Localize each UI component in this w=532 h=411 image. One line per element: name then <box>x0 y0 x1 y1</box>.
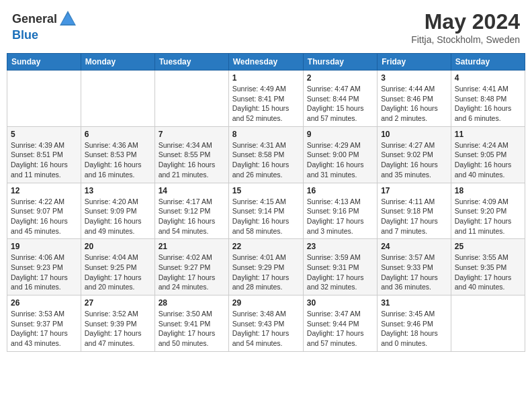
day-info-line: Sunset: 9:23 PM <box>11 263 63 271</box>
calendar-week-row: 5Sunrise: 4:39 AMSunset: 8:51 PMDaylight… <box>7 126 525 183</box>
day-number: 21 <box>159 242 225 251</box>
day-info: Sunrise: 4:24 AMSunset: 9:05 PMDaylight:… <box>455 140 521 180</box>
day-info: Sunrise: 3:50 AMSunset: 9:41 PMDaylight:… <box>159 309 225 349</box>
day-info: Sunrise: 4:17 AMSunset: 9:12 PMDaylight:… <box>159 197 225 236</box>
day-info-line: Sunrise: 4:29 AM <box>307 141 361 149</box>
title-block: May 2024 Fittja, Stockholm, Sweden <box>411 9 520 45</box>
day-info-line: Sunrise: 3:55 AM <box>455 253 508 261</box>
day-info-line: Daylight: 15 hours and 52 minutes. <box>232 104 290 122</box>
day-info-line: Sunset: 8:48 PM <box>455 95 507 103</box>
calendar-cell: 11Sunrise: 4:24 AMSunset: 9:05 PMDayligh… <box>451 126 525 183</box>
calendar-header-row: SundayMondayTuesdayWednesdayThursdayFrid… <box>7 54 525 71</box>
day-info-line: Daylight: 17 hours and 32 minutes. <box>307 273 364 291</box>
day-info-line: Sunrise: 4:15 AM <box>232 197 286 205</box>
day-info-line: Sunrise: 3:52 AM <box>85 310 138 318</box>
day-info-line: Sunset: 9:20 PM <box>455 207 507 215</box>
day-info-line: Daylight: 16 hours and 16 minutes. <box>85 161 142 179</box>
calendar-cell <box>154 71 228 127</box>
day-info-line: Daylight: 17 hours and 24 minutes. <box>159 273 216 291</box>
day-info-line: Sunrise: 4:06 AM <box>11 253 64 261</box>
day-number: 22 <box>232 242 300 251</box>
day-info-line: Sunset: 9:41 PM <box>159 320 211 328</box>
day-info: Sunrise: 4:44 AMSunset: 8:46 PMDaylight:… <box>381 84 447 124</box>
logo-icon <box>58 9 77 28</box>
calendar-cell: 5Sunrise: 4:39 AMSunset: 8:51 PMDaylight… <box>7 126 81 183</box>
day-number: 24 <box>381 242 447 251</box>
day-info: Sunrise: 4:29 AMSunset: 9:00 PMDaylight:… <box>307 140 373 180</box>
day-info-line: Sunrise: 4:22 AM <box>11 197 64 205</box>
weekday-header: Sunday <box>7 54 81 71</box>
day-info-line: Sunrise: 4:27 AM <box>381 141 435 149</box>
day-info: Sunrise: 3:55 AMSunset: 9:35 PMDaylight:… <box>455 253 521 292</box>
day-info: Sunrise: 3:45 AMSunset: 9:46 PMDaylight:… <box>381 309 447 349</box>
day-info-line: Sunset: 8:58 PM <box>232 150 285 158</box>
calendar-cell: 26Sunrise: 3:53 AMSunset: 9:37 PMDayligh… <box>7 295 81 352</box>
day-number: 10 <box>381 130 447 139</box>
day-info-line: Sunset: 9:29 PM <box>232 263 285 271</box>
day-info-line: Sunset: 9:46 PM <box>381 320 433 328</box>
day-info-line: Daylight: 16 hours and 58 minutes. <box>232 217 290 235</box>
calendar-cell: 15Sunrise: 4:15 AMSunset: 9:14 PMDayligh… <box>228 183 303 239</box>
day-info-line: Sunset: 9:43 PM <box>232 320 285 328</box>
day-number: 19 <box>11 242 77 251</box>
day-info-line: Sunset: 9:00 PM <box>307 150 359 158</box>
day-info-line: Daylight: 17 hours and 54 minutes. <box>232 329 290 347</box>
day-number: 12 <box>11 186 77 195</box>
day-info: Sunrise: 3:52 AMSunset: 9:39 PMDaylight:… <box>85 309 151 349</box>
calendar-cell <box>81 71 154 127</box>
day-info-line: Sunrise: 4:34 AM <box>159 141 212 149</box>
logo-general: General <box>12 12 57 26</box>
day-info-line: Sunrise: 4:13 AM <box>307 197 361 205</box>
calendar-title: May 2024 <box>411 9 520 34</box>
day-number: 27 <box>85 298 151 308</box>
calendar-cell: 17Sunrise: 4:11 AMSunset: 9:18 PMDayligh… <box>378 183 451 239</box>
calendar-week-row: 26Sunrise: 3:53 AMSunset: 9:37 PMDayligh… <box>7 295 525 352</box>
calendar-week-row: 19Sunrise: 4:06 AMSunset: 9:23 PMDayligh… <box>7 239 525 295</box>
weekday-header: Wednesday <box>228 54 303 71</box>
day-info-line: Sunrise: 4:44 AM <box>381 85 435 93</box>
calendar-location: Fittja, Stockholm, Sweden <box>411 34 520 45</box>
weekday-header: Saturday <box>451 54 525 71</box>
day-info: Sunrise: 4:13 AMSunset: 9:16 PMDaylight:… <box>307 197 373 236</box>
day-info-line: Sunrise: 4:17 AM <box>159 197 212 205</box>
calendar-week-row: 1Sunrise: 4:49 AMSunset: 8:41 PMDaylight… <box>7 71 525 127</box>
day-info-line: Daylight: 17 hours and 57 minutes. <box>307 329 364 347</box>
day-info-line: Daylight: 17 hours and 43 minutes. <box>11 329 68 347</box>
calendar-cell: 13Sunrise: 4:20 AMSunset: 9:09 PMDayligh… <box>81 183 154 239</box>
day-info-line: Sunrise: 4:24 AM <box>455 141 508 149</box>
day-info-line: Daylight: 16 hours and 2 minutes. <box>381 104 438 122</box>
day-number: 26 <box>11 298 77 308</box>
day-info-line: Sunrise: 3:53 AM <box>11 310 64 318</box>
day-info: Sunrise: 4:34 AMSunset: 8:55 PMDaylight:… <box>159 140 225 180</box>
day-info-line: Daylight: 16 hours and 21 minutes. <box>159 161 216 179</box>
day-number: 13 <box>85 186 151 195</box>
day-number: 31 <box>381 298 447 308</box>
day-info-line: Sunrise: 4:01 AM <box>232 253 286 261</box>
day-number: 9 <box>307 130 373 139</box>
day-info-line: Sunset: 9:18 PM <box>381 207 433 215</box>
calendar-week-row: 12Sunrise: 4:22 AMSunset: 9:07 PMDayligh… <box>7 183 525 239</box>
day-info-line: Sunrise: 4:31 AM <box>232 141 286 149</box>
day-info-line: Sunset: 8:53 PM <box>85 150 137 158</box>
day-info-line: Sunrise: 3:47 AM <box>307 310 361 318</box>
day-info: Sunrise: 4:04 AMSunset: 9:25 PMDaylight:… <box>85 253 151 292</box>
day-number: 8 <box>232 130 300 139</box>
day-info: Sunrise: 3:53 AMSunset: 9:37 PMDaylight:… <box>11 309 77 349</box>
calendar-cell: 23Sunrise: 3:59 AMSunset: 9:31 PMDayligh… <box>303 239 377 295</box>
calendar-cell: 31Sunrise: 3:45 AMSunset: 9:46 PMDayligh… <box>378 295 451 352</box>
day-info: Sunrise: 4:06 AMSunset: 9:23 PMDaylight:… <box>11 253 77 292</box>
day-info-line: Sunset: 9:37 PM <box>11 320 63 328</box>
weekday-header: Tuesday <box>154 54 228 71</box>
day-info-line: Sunrise: 4:49 AM <box>232 85 286 93</box>
day-info-line: Daylight: 17 hours and 16 minutes. <box>11 273 68 291</box>
calendar-cell: 4Sunrise: 4:41 AMSunset: 8:48 PMDaylight… <box>451 71 525 127</box>
day-info: Sunrise: 4:02 AMSunset: 9:27 PMDaylight:… <box>159 253 225 292</box>
day-info-line: Daylight: 16 hours and 45 minutes. <box>11 217 68 235</box>
page-header: General Blue May 2024 Fittja, Stockholm,… <box>7 7 525 48</box>
day-info-line: Daylight: 17 hours and 11 minutes. <box>455 217 512 235</box>
day-number: 6 <box>85 130 151 139</box>
day-info-line: Daylight: 17 hours and 7 minutes. <box>381 217 438 235</box>
calendar-cell: 14Sunrise: 4:17 AMSunset: 9:12 PMDayligh… <box>154 183 228 239</box>
day-info-line: Daylight: 16 hours and 40 minutes. <box>455 161 512 179</box>
day-info: Sunrise: 4:01 AMSunset: 9:29 PMDaylight:… <box>232 253 300 292</box>
